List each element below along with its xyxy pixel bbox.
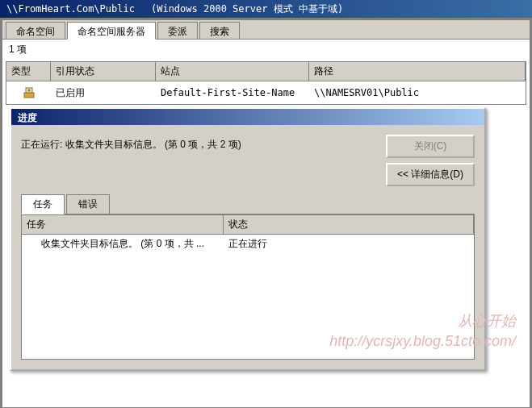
col-state[interactable]: 状态 <box>224 215 474 234</box>
col-path[interactable]: 路径 <box>309 62 526 81</box>
dialog-title: 进度 <box>11 109 484 125</box>
col-ref-status[interactable]: 引用状态 <box>51 62 156 81</box>
table-row[interactable]: 已启用 Default-First-Site-Name \\NAMESRV01\… <box>6 81 526 104</box>
main-tabs: 命名空间 命名空间服务器 委派 搜索 <box>2 20 530 40</box>
titlebar: \\FromHeart.Com\Public (Windows 2000 Ser… <box>0 0 532 18</box>
svg-point-2 <box>27 90 30 92</box>
subtab-errors[interactable]: 错误 <box>66 194 110 214</box>
item-count: 1 项 <box>2 40 530 60</box>
tab-namespace-servers[interactable]: 命名空间服务器 <box>67 22 156 40</box>
task-row[interactable]: 收集文件夹目标信息。 (第 0 项，共 ... 正在进行 <box>22 235 474 253</box>
task-name: 收集文件夹目标信息。 (第 0 项，共 ... <box>22 235 224 253</box>
cell-status: 已启用 <box>51 84 156 102</box>
tab-search[interactable]: 搜索 <box>199 22 240 39</box>
progress-dialog: 进度 正在运行: 收集文件夹目标信息。 (第 0 项，共 2 项) 关闭(C) … <box>10 107 486 371</box>
close-button: 关闭(C) <box>386 135 475 158</box>
subtab-tasks[interactable]: 任务 <box>21 194 65 214</box>
col-site[interactable]: 站点 <box>156 62 309 81</box>
svg-rect-0 <box>24 93 34 98</box>
task-state: 正在进行 <box>224 235 474 253</box>
cell-path: \\NAMESRV01\Public <box>309 85 526 101</box>
server-icon <box>6 83 51 102</box>
progress-status: 正在运行: 收集文件夹目标信息。 (第 0 项，共 2 项) <box>21 135 241 152</box>
tasks-table: 任务 状态 收集文件夹目标信息。 (第 0 项，共 ... 正在进行 <box>21 214 475 360</box>
col-task[interactable]: 任务 <box>22 215 224 234</box>
titlebar-path: \\FromHeart.Com\Public <box>6 3 135 15</box>
cell-site: Default-First-Site-Name <box>156 85 309 101</box>
col-type[interactable]: 类型 <box>6 62 51 81</box>
tab-delegation[interactable]: 委派 <box>157 22 198 39</box>
server-table: 类型 引用状态 站点 路径 已启用 Default-First-Site-Nam… <box>6 61 526 105</box>
table-header: 类型 引用状态 站点 路径 <box>6 62 526 81</box>
dialog-subtabs: 任务 错误 <box>21 194 475 214</box>
tab-namespace[interactable]: 命名空间 <box>6 22 65 39</box>
details-button[interactable]: << 详细信息(D) <box>386 163 475 186</box>
titlebar-mode: (Windows 2000 Server 模式 中基于域) <box>151 2 343 16</box>
